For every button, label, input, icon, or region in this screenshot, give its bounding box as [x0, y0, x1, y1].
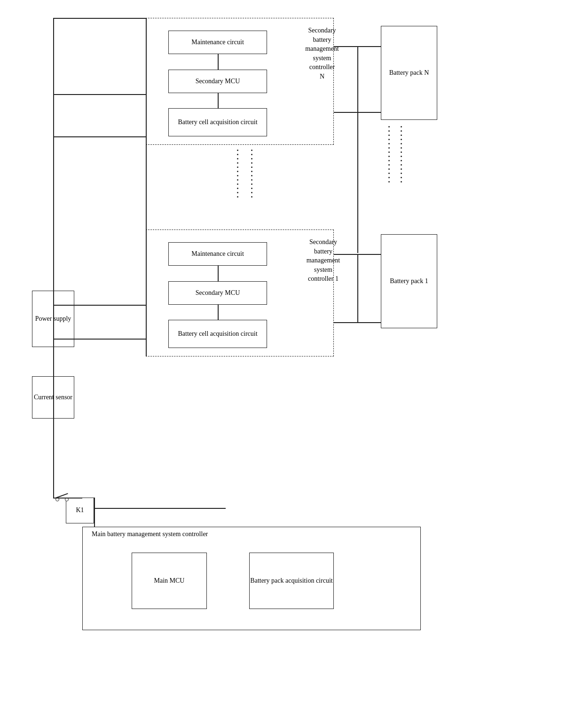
maintenance-circuit-n: Maintenance circuit	[168, 31, 267, 54]
right-vdots2	[399, 126, 403, 182]
secondary-mcu-1: Secondary MCU	[168, 281, 267, 305]
right-vdots1	[386, 126, 391, 182]
secondary-mcu-n: Secondary MCU	[168, 70, 267, 93]
maintenance-circuit-1: Maintenance circuit	[168, 242, 267, 266]
center-vdots2	[249, 150, 254, 198]
main-mcu: Main MCU	[132, 553, 207, 609]
diagram: Secondarybatterymanagementsystemcontroll…	[0, 0, 583, 728]
battery-pack-1: Battery pack 1	[381, 234, 437, 328]
battery-cell-acq-1: Battery cell acquisition circuit	[168, 320, 267, 348]
main-controller-label: Main battery management system controlle…	[92, 530, 208, 538]
secondary-controller-n-label: Secondarybatterymanagementsystemcontroll…	[296, 26, 348, 81]
secondary-controller-1-label: Secondarybatterymanagementsystemcontroll…	[296, 237, 350, 284]
k1-relay: K1	[66, 498, 94, 523]
battery-pack-acq: Battery pack acquisition circuit	[249, 553, 334, 609]
battery-cell-acq-n: Battery cell acquisition circuit	[168, 108, 267, 136]
battery-pack-n: Battery pack N	[381, 26, 437, 120]
center-vdots	[235, 150, 240, 198]
